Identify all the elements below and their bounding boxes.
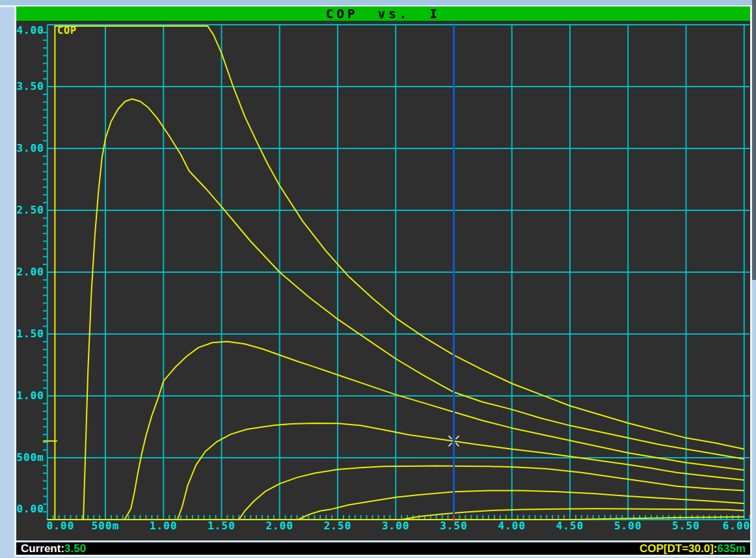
x-tick-label-500m: 500m <box>92 520 120 532</box>
x-tick-label-5.50: 5.50 <box>672 520 700 532</box>
y-tick-label-0.00: 0.00 <box>16 503 44 515</box>
cursor-cross-marker <box>456 443 459 446</box>
y-tick-label-4.00: 4.00 <box>16 24 44 36</box>
window-frame-right <box>750 7 752 555</box>
window-frame-top <box>0 0 756 5</box>
x-tick-label-3.00: 3.00 <box>382 520 410 532</box>
cursor-cross-marker <box>449 443 452 446</box>
y-tick-label-3.50: 3.50 <box>16 80 44 92</box>
plot-ylabel: COP <box>57 25 77 36</box>
y-tick-label-2.00: 2.00 <box>16 266 44 278</box>
x-tick-label-5.00: 5.00 <box>614 520 642 532</box>
y-tick-label-2.50: 2.50 <box>16 204 44 216</box>
plot-title: COP vs. I <box>326 7 440 21</box>
current-value: 3.50 <box>64 542 86 555</box>
y-tick-label-500m: 500m <box>16 451 44 464</box>
trace-value: 635m <box>718 542 746 555</box>
x-tick-label-0.00: 0.00 <box>47 520 75 532</box>
x-tick-label-1.00: 1.00 <box>150 520 178 532</box>
status-bar: Current:3.50 COP[DT=30.0]:635m <box>16 542 750 555</box>
x-tick-label-4.00: 4.00 <box>498 520 526 532</box>
window-right-shadow <box>752 0 756 280</box>
x-tick-label-6.00: 6.00 <box>723 520 750 532</box>
cursor-cross-marker <box>456 436 459 439</box>
y-tick-label-1.50: 1.50 <box>16 328 44 340</box>
plot-window: COP vs. I 0.00500m1.001.502.002.503.003.… <box>16 7 750 555</box>
cursor-y-readout: COP[DT=30.0]:635m <box>640 542 746 555</box>
y-tick-label-1.00: 1.00 <box>16 389 44 402</box>
x-tick-label-3.50: 3.50 <box>440 520 468 532</box>
current-label: Current: <box>21 542 64 555</box>
x-tick-label-4.50: 4.50 <box>556 520 584 532</box>
x-tick-label-1.50: 1.50 <box>208 520 236 532</box>
cop-vs-current-chart[interactable]: 0.00500m1.001.502.002.503.003.504.004.50… <box>16 21 750 540</box>
plot-area: 0.00500m1.001.502.002.503.003.504.004.50… <box>16 21 750 540</box>
cursor-x-readout: Current:3.50 <box>21 542 86 555</box>
plot-titlebar[interactable]: COP vs. I <box>16 7 750 21</box>
y-tick-label-3.00: 3.00 <box>16 142 44 154</box>
x-tick-label-2.50: 2.50 <box>324 520 352 532</box>
x-tick-label-2.00: 2.00 <box>265 520 293 532</box>
trace-label: COP[DT=30.0] <box>640 542 714 555</box>
cursor-cross-marker <box>449 436 452 439</box>
